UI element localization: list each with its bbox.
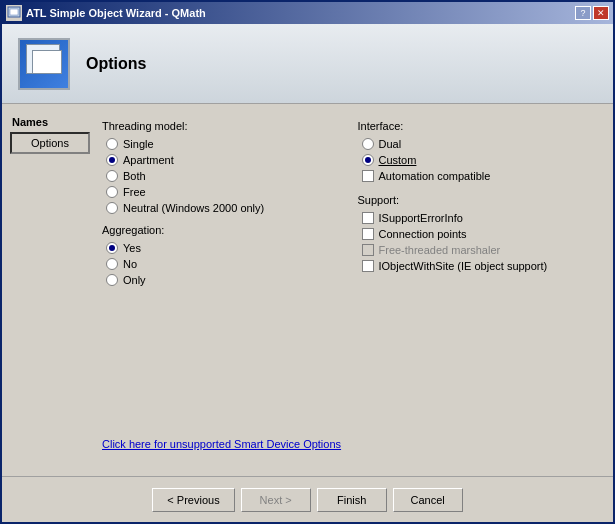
- window-title: ATL Simple Object Wizard - QMath: [26, 7, 206, 19]
- previous-button[interactable]: < Previous: [152, 488, 234, 512]
- title-bar: ATL Simple Object Wizard - QMath ? ✕: [2, 2, 613, 24]
- radio-yes[interactable]: Yes: [106, 242, 338, 254]
- header-area: Options: [2, 24, 613, 104]
- radio-apartment-circle[interactable]: [106, 154, 118, 166]
- radio-no[interactable]: No: [106, 258, 338, 270]
- radio-neutral[interactable]: Neutral (Windows 2000 only): [106, 202, 338, 214]
- checkbox-automation-box[interactable]: [362, 170, 374, 182]
- header-icon: [18, 38, 70, 90]
- support-checkbox-group: ISupportErrorInfo Connection points Free…: [358, 212, 594, 272]
- main-content: Threading model: Single Apartment: [90, 112, 605, 468]
- radio-free[interactable]: Free: [106, 186, 338, 198]
- checkbox-freethreaded: Free-threaded marshaler: [362, 244, 594, 256]
- aggregation-section: Aggregation: Yes No: [102, 224, 338, 286]
- right-sections: Interface: Dual Custom: [358, 120, 594, 286]
- threading-section: Threading model: Single Apartment: [102, 120, 338, 286]
- radio-custom[interactable]: Custom: [362, 154, 594, 166]
- radio-free-circle[interactable]: [106, 186, 118, 198]
- title-buttons: ? ✕: [575, 6, 609, 20]
- radio-no-circle[interactable]: [106, 258, 118, 270]
- radio-only[interactable]: Only: [106, 274, 338, 286]
- radio-dual[interactable]: Dual: [362, 138, 594, 150]
- checkbox-iobject-box[interactable]: [362, 260, 374, 272]
- checkbox-isupport[interactable]: ISupportErrorInfo: [362, 212, 594, 224]
- radio-both[interactable]: Both: [106, 170, 338, 182]
- support-label: Support:: [358, 194, 594, 206]
- page-title: Options: [86, 55, 146, 73]
- content-area: Names Options Threading model:: [2, 104, 613, 476]
- checkbox-connection-box[interactable]: [362, 228, 374, 240]
- checkbox-connection[interactable]: Connection points: [362, 228, 594, 240]
- radio-single-circle[interactable]: [106, 138, 118, 150]
- next-button[interactable]: Next >: [241, 488, 311, 512]
- sidebar-item-options[interactable]: Options: [10, 132, 90, 154]
- threading-label: Threading model:: [102, 120, 338, 132]
- threading-radio-group: Single Apartment Both: [102, 138, 338, 214]
- title-bar-left: ATL Simple Object Wizard - QMath: [6, 5, 206, 21]
- radio-dual-circle[interactable]: [362, 138, 374, 150]
- radio-custom-circle[interactable]: [362, 154, 374, 166]
- help-button[interactable]: ?: [575, 6, 591, 20]
- radio-yes-circle[interactable]: [106, 242, 118, 254]
- main-window: ATL Simple Object Wizard - QMath ? ✕ Opt…: [0, 0, 615, 524]
- window-body: Options Names Options Threading model:: [2, 24, 613, 522]
- close-button[interactable]: ✕: [593, 6, 609, 20]
- svg-rect-1: [10, 9, 18, 15]
- smart-device-link[interactable]: Click here for unsupported Smart Device …: [102, 438, 341, 450]
- checkbox-automation[interactable]: Automation compatible: [362, 170, 594, 182]
- sidebar: Names Options: [10, 112, 90, 468]
- interface-label: Interface:: [358, 120, 594, 132]
- radio-only-circle[interactable]: [106, 274, 118, 286]
- checkbox-iobject[interactable]: IObjectWithSite (IE object support): [362, 260, 594, 272]
- aggregation-radio-group: Yes No Only: [102, 242, 338, 286]
- radio-neutral-circle[interactable]: [106, 202, 118, 214]
- checkbox-freethreaded-box: [362, 244, 374, 256]
- radio-single[interactable]: Single: [106, 138, 338, 150]
- top-sections: Threading model: Single Apartment: [102, 120, 593, 286]
- radio-apartment[interactable]: Apartment: [106, 154, 338, 166]
- checkbox-isupport-box[interactable]: [362, 212, 374, 224]
- footer-area: < Previous Next > Finish Cancel: [2, 476, 613, 522]
- aggregation-label: Aggregation:: [102, 224, 338, 236]
- cancel-button[interactable]: Cancel: [393, 488, 463, 512]
- radio-both-circle[interactable]: [106, 170, 118, 182]
- support-section: Support: ISupportErrorInfo Connection po…: [358, 194, 594, 272]
- sidebar-section-names: Names: [10, 116, 90, 128]
- finish-button[interactable]: Finish: [317, 488, 387, 512]
- interface-radio-group: Dual Custom: [358, 138, 594, 166]
- app-icon: [6, 5, 22, 21]
